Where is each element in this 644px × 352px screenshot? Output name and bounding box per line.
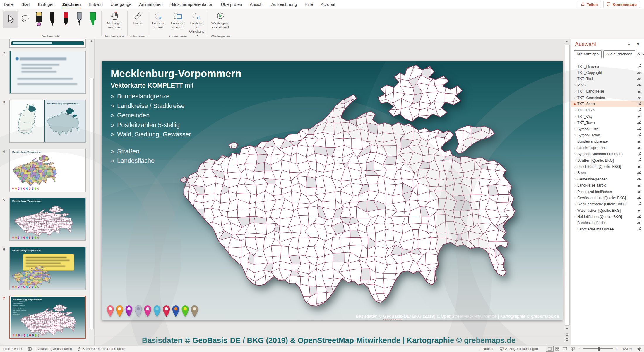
green-highlighter-button[interactable] [87,11,99,28]
layer-row-Gemeindegrenzen[interactable]: ▷Gemeindegrenzen [571,176,644,182]
layer-row-TXT_Gemeinden[interactable]: ▷TXT_Gemeinden [571,95,644,101]
eye-hidden-icon[interactable] [634,227,644,232]
menu-tab-hilfe[interactable]: Hilfe [301,0,317,9]
language-button[interactable]: Deutsch (Deutschland) [34,346,75,352]
eye-visible-icon[interactable] [634,95,644,100]
map-pin-3[interactable] [125,305,133,317]
expand-arrow-icon[interactable]: ▷ [571,196,577,199]
eye-hidden-icon[interactable] [634,183,644,188]
hide-all-button[interactable]: Alle ausblenden [603,50,635,58]
scroll-down-icon[interactable] [564,326,569,331]
layer-row-TXT_PLZ5[interactable]: ▷TXT_PLZ5 [571,107,644,113]
notes-text[interactable]: Basisdaten © GeoBasis-DE / BKG (2019) & … [142,336,516,345]
eye-hidden-icon[interactable] [634,108,644,113]
reading-view-button[interactable] [561,346,569,352]
eye-hidden-icon[interactable] [634,158,644,163]
layer-row-TXT_Seen[interactable]: ▶TXT_Seen [571,101,644,107]
menu-tab-acrobat[interactable]: Acrobat [317,0,339,9]
slide-thumbnail-2[interactable] [9,51,86,94]
expand-arrow-icon[interactable]: ▷ [571,84,577,86]
expand-arrow-icon[interactable]: ▷ [571,115,577,118]
eye-hidden-icon[interactable] [634,208,644,213]
slide-7-editor[interactable]: Mecklenburg-Vorpommern Vektorkarte KOMPL… [102,61,563,320]
thumbnail-scrollbar[interactable] [89,39,94,346]
zoom-in-button[interactable]: + [615,346,620,352]
layer-row-Symbol_City[interactable]: ▷Symbol_City [571,126,644,132]
slide-thumbnail-7[interactable]: Mecklenburg-VorpommernVektorkarte KOMPLE… [9,296,86,339]
menu-tab-datei[interactable]: Datei [0,0,18,9]
layer-row-TXT_Town[interactable]: ▷TXT_Town [571,120,644,126]
share-button[interactable]: Teilen [578,1,601,8]
eye-hidden-icon[interactable] [634,170,644,175]
expand-arrow-icon[interactable]: ▷ [571,153,577,156]
map-pins-row[interactable] [106,305,199,317]
layer-row-Landfläche mit Ostsee[interactable]: Landfläche mit Ostsee [571,226,644,232]
layer-row-Gewässer Linie [Quelle: BKG][interactable]: ▷Gewässer Linie [Quelle: BKG] [571,195,644,201]
red-pen-button[interactable] [60,11,72,28]
slide-thumbnail-6[interactable]: Mecklenburg-Vorpommern [9,247,86,290]
map-pin-9[interactable] [181,305,189,317]
menu-tab-bildschirmpräsentation[interactable]: Bildschirmpräsentation [167,0,217,9]
normal-view-button[interactable] [546,346,554,352]
map-pin-4[interactable] [134,305,143,317]
menu-tab-animationen[interactable]: Animationen [135,0,167,9]
expand-arrow-icon[interactable]: ▷ [571,122,577,124]
ruler-button[interactable]: Lineal [129,9,147,39]
eye-hidden-icon[interactable] [634,114,644,119]
layer-row-TXT_Landkreise[interactable]: ▷TXT_Landkreise [571,88,644,95]
layer-row-Landkreisgrenzen[interactable]: ▷Landkreisgrenzen [571,145,644,151]
expand-arrow-icon[interactable]: ▷ [571,128,577,130]
menu-tab-einfügen[interactable]: Einfügen [34,0,58,9]
expand-arrow-icon[interactable]: ▶ [571,102,577,105]
eye-hidden-icon[interactable] [634,139,644,144]
fit-to-window-button[interactable] [635,346,644,352]
eye-visible-icon[interactable] [634,76,644,81]
eye-hidden-icon[interactable] [634,195,644,200]
spellcheck-button[interactable] [25,346,34,352]
slide-subtitle[interactable]: Vektorkarte KOMPLETT mit [111,82,193,89]
expand-arrow-icon[interactable]: ▷ [571,216,577,218]
layer-row-TXT_Titel[interactable]: TXT_Titel [571,76,644,82]
eye-hidden-icon[interactable] [634,189,644,194]
eye-hidden-icon[interactable] [634,164,644,169]
layer-row-Waldflächen [Quelle: BKG][interactable]: ▷Waldflächen [Quelle: BKG] [571,207,644,213]
slide-indicator[interactable]: Folie 7 von 7 [0,346,25,352]
map-pin-2[interactable] [115,305,124,317]
next-slide-button[interactable] [564,337,569,342]
ink-replay-button[interactable]: Wiedergabe in Freihand [208,9,233,39]
slideshow-view-button[interactable] [569,346,576,352]
map-pin-6[interactable] [153,305,161,317]
expand-arrow-icon[interactable]: ▷ [571,209,577,212]
expand-arrow-icon[interactable]: ▷ [571,184,577,187]
ink-to-text-button[interactable]: aa Freihand in Text [149,9,168,39]
layer-row-TXT_Copyright[interactable]: TXT_Copyright [571,69,644,76]
map-pin-5[interactable] [143,305,152,317]
slide-title[interactable]: Mecklenburg-Vorpommern [111,68,242,79]
eye-hidden-icon[interactable] [634,64,644,69]
map-pin-8[interactable] [172,305,180,317]
slide-thumbnail-5[interactable]: Mecklenburg-Vorpommern [9,198,86,241]
layer-row-Heideflächen [Quelle: BKG][interactable]: ▷Heideflächen [Quelle: BKG] [571,213,644,220]
expand-arrow-icon[interactable]: ▷ [571,165,577,168]
layer-row-Siedlungsfläche [Quelle: BKG][interactable]: ▷Siedlungsfläche [Quelle: BKG] [571,201,644,207]
eraser-tool-button[interactable] [33,11,45,28]
zoom-slider-thumb[interactable] [598,347,600,351]
zoom-slider[interactable] [583,348,613,349]
zoom-level[interactable]: 123 % [620,346,635,352]
eye-hidden-icon[interactable] [634,214,644,219]
eye-hidden-icon[interactable] [634,127,644,131]
black-pen-button[interactable] [46,11,59,28]
menu-tab-start[interactable]: Start [18,0,34,9]
expand-arrow-icon[interactable]: ▷ [571,96,577,99]
layer-row-Symbol_Town[interactable]: ▷Symbol_Town [571,132,644,138]
slide-thumbnail-4[interactable]: Mecklenburg-Vorpommern [9,149,86,192]
eye-hidden-icon[interactable] [634,120,644,125]
expand-arrow-icon[interactable]: ▷ [571,172,577,174]
layer-row-Symbol_Autobahnnummern[interactable]: ▷Symbol_Autobahnnummern [571,151,644,157]
expand-arrow-icon[interactable]: ▷ [571,109,577,112]
map-pin-1[interactable] [106,305,114,317]
expand-arrow-icon[interactable]: ▷ [571,190,577,193]
menu-tab-übergänge[interactable]: Übergänge [107,0,136,9]
layer-row-Bundeslandgrenze[interactable]: Bundeslandgrenze [571,139,644,145]
slide-scrollbar-thumb[interactable] [565,45,570,326]
